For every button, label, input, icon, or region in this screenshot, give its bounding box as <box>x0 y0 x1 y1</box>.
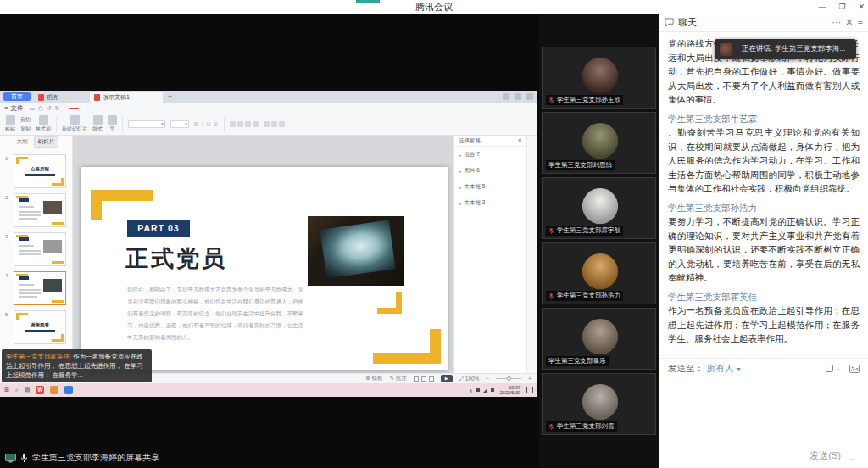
chat-bubble-icon <box>665 18 674 27</box>
caption-sender: 学生第三党支部霍英佳: <box>6 353 71 360</box>
avatar <box>582 58 618 93</box>
send-to-row: 发送至： 所有人 ▾ ⌄ <box>659 358 868 379</box>
ppt-doc-icon <box>94 94 100 101</box>
participant-name: 学生第三党支部孙玉欣 <box>557 96 620 104</box>
chat-panel: 聊天 ⋯ ✕ ≡ 党的路线方针政策，凡事都要从国家、民族的长远和大局出发，既弘扬… <box>659 14 868 468</box>
comment-button[interactable]: ✎ 批注 <box>390 375 407 382</box>
font-size-select[interactable] <box>170 120 189 128</box>
screen-share-banner: 学生第三党支部李海婷的屏幕共享 <box>5 452 159 464</box>
slide-thumbnail-panel: 大纲 幻灯片 1 心路历程 2 <box>0 136 73 373</box>
tab-outline[interactable]: 大纲 <box>14 137 31 147</box>
wps-home-button[interactable]: 首页 <box>3 92 31 101</box>
new-tab-icon[interactable]: + <box>168 92 172 103</box>
format-painter-button[interactable]: 格式刷 <box>36 115 51 133</box>
slide-thumb-2[interactable]: 2 <box>14 193 66 227</box>
start-button[interactable]: ⊞ <box>4 387 9 393</box>
list-buttons[interactable] <box>264 121 285 127</box>
participant-tile[interactable]: 学生第三党支部孙浩力 <box>542 242 656 304</box>
zoom-in-icon[interactable]: + <box>528 376 531 382</box>
chat-message-list[interactable]: 党的路线方针政策，凡事都要从国家、民族的长远和大局出发，既弘扬奉献精神，转化为实… <box>659 32 868 358</box>
slide-thumb-4-selected[interactable]: 4 <box>14 271 66 305</box>
app-taskbar-icon[interactable] <box>64 386 73 394</box>
template-button[interactable]: ⊕ 模板 <box>365 375 382 382</box>
panel-list-item[interactable]: ▸文本框 5 <box>454 179 526 195</box>
message-text: 要努力学习，不断提高对党的正确认识。学习正确的理论知识，要对共产主义事业和共产党… <box>668 214 860 285</box>
share-banner-text: 学生第三党支部李海婷的屏幕共享 <box>32 452 159 464</box>
copy-button[interactable]: 复制 <box>20 125 31 133</box>
wps-taskbar-icon[interactable]: W <box>36 386 44 394</box>
task-view-icon[interactable]: ▤ <box>25 387 31 393</box>
section-button[interactable]: 节 <box>108 115 117 133</box>
current-slide[interactable]: PART 03 正式党员 到现在，都明白了，见到平凡而伟大正是因为每个党员的平凡… <box>81 167 448 370</box>
send-to-select[interactable]: 所有人 <box>707 363 734 375</box>
chat-close-icon[interactable]: ✕ <box>845 17 853 28</box>
participant-tile[interactable]: 学生第三党支部刘思怡 <box>542 112 656 174</box>
wps-doc-tab-daoke[interactable]: 稻壳 <box>34 92 63 103</box>
chat-title: 聊天 <box>678 16 697 29</box>
chat-input[interactable] <box>659 379 868 455</box>
wps-file-menu[interactable]: ≡文件 <box>4 104 23 113</box>
meeting-taskbar-icon[interactable] <box>50 386 58 394</box>
notification-center-icon[interactable] <box>526 387 533 393</box>
paste-button[interactable]: 粘贴 <box>5 115 15 133</box>
muted-mic-icon <box>548 423 554 431</box>
speaker-avatar <box>720 43 732 56</box>
ribbon-tab[interactable] <box>69 108 79 109</box>
slideshow-play-button[interactable]: ▶ <box>441 375 453 382</box>
view-mode-icons[interactable] <box>414 376 434 382</box>
cut-button[interactable]: 剪切 <box>20 116 31 124</box>
participant-name: 学生第三党支部刘思怡 <box>548 161 612 170</box>
chat-more-icon[interactable]: ⋯ <box>832 17 841 28</box>
font-family-select[interactable] <box>128 120 165 128</box>
close-icon[interactable]: ✕ <box>858 3 865 11</box>
wps-doc-tab-active[interactable]: 演示文稿1 <box>90 92 163 103</box>
slide-thumb-3[interactable]: 3 <box>14 232 66 266</box>
quick-access-icons[interactable]: ▭⎙↺↻ <box>29 105 59 112</box>
paragraph-align-buttons[interactable] <box>230 121 259 127</box>
new-slide-button[interactable]: 新建幻灯片 <box>62 115 87 133</box>
system-tray[interactable]: ∧ <box>469 387 493 393</box>
send-button[interactable]: 发送(S) <box>810 449 841 462</box>
image-icon[interactable] <box>849 365 860 373</box>
avatar <box>582 319 618 354</box>
participant-tile[interactable]: 学生第三党支部刘霞 <box>542 373 656 435</box>
panel-list-item[interactable]: ▸组合 7 <box>454 147 526 163</box>
slide-layout-button[interactable]: 版式 <box>92 115 103 133</box>
participant-tile[interactable]: 学生第三党支部孙玉欣 <box>542 47 656 109</box>
windows-taskbar: ⊞ ⌕ ▤ W ∧ 18:07 2022/5/30 <box>0 383 537 397</box>
chat-message: 学生第三党支部霍英佳 作为一名预备党员应在政治上起引导作用；在思想上起先进作用；… <box>668 290 860 346</box>
slide-canvas: PART 03 正式党员 到现在，都明白了，见到平凡而伟大正是因为每个党员的平凡… <box>73 136 453 373</box>
send-to-label: 发送至： <box>668 363 704 375</box>
message-text: 作为一名预备党员应在政治上起引导作用；在思想上起先进作用；在学习上起模范作用；在… <box>668 304 860 346</box>
message-sender: 学生第三党支部霍英佳 <box>668 290 860 304</box>
muted-mic-icon <box>548 97 554 104</box>
zoom-slider[interactable] <box>496 378 521 379</box>
slide-body-text: 到现在，都明白了，见到平凡而伟大正是因为每个党员的平凡而伟大。党员并没有我们想象… <box>127 284 303 343</box>
app-title: 腾讯会议 <box>0 0 868 14</box>
participant-strip: 学生第三党支部孙玉欣 学生第三党支部刘思怡 学生第三党支部席宇航 学生 <box>539 14 659 468</box>
wps-titlebar-icons[interactable] <box>503 93 533 100</box>
zoom-out-icon[interactable]: − <box>486 376 489 382</box>
search-icon[interactable]: ⌕ <box>15 387 19 393</box>
wps-toolbar: 粘贴 剪切 复制 格式刷 新建幻灯片 版式 节 B I U S <box>0 114 537 136</box>
chat-history-icon[interactable]: ⌄ <box>826 365 841 373</box>
wps-title-bar: 首页 稻壳 演示文稿1 + <box>0 91 537 103</box>
slide-title: 正式党员 <box>125 243 227 274</box>
panel-list-item[interactable]: ▸图片 6 <box>454 163 526 179</box>
send-options-icon[interactable]: ⌄ <box>849 454 856 462</box>
participant-tile[interactable]: 学生第三党支部席宇航 <box>542 177 656 239</box>
avatar <box>582 188 618 224</box>
slide-thumb-1[interactable]: 1 心路历程 <box>14 154 66 188</box>
panel-list-item[interactable]: ▸文本框 3 <box>454 195 526 211</box>
taskbar-clock[interactable]: 18:07 2022/5/30 <box>500 385 520 396</box>
right-panel-close-icon[interactable]: ✕ <box>518 137 522 144</box>
tab-slides[interactable]: 幻灯片 <box>34 136 59 148</box>
slide-thumb-5[interactable]: 5 谢谢观看 <box>14 310 66 344</box>
chevron-down-icon[interactable]: ▾ <box>737 365 741 373</box>
panel-collapse-icon[interactable]: ≡ <box>858 18 863 28</box>
mic-icon <box>20 454 28 463</box>
bold-italic-underline-buttons[interactable]: B I U S <box>194 121 219 127</box>
participant-tile[interactable]: 学生第三党支部暴乐 <box>542 308 656 370</box>
maximize-icon[interactable]: ❐ <box>838 3 845 11</box>
minimize-icon[interactable]: — <box>818 3 826 11</box>
